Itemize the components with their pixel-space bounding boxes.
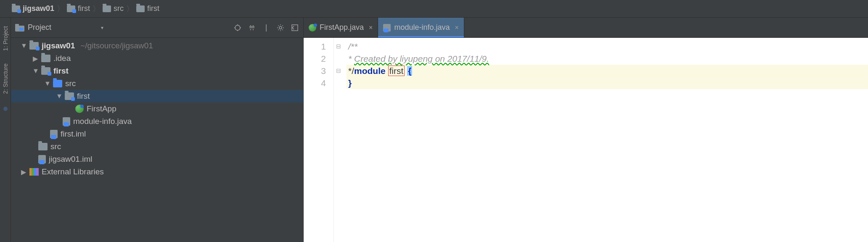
fold-toggle-icon[interactable]: ⊟ (334, 40, 343, 53)
line-number: 3 (304, 65, 326, 77)
tree-node-file[interactable]: module-info.java (11, 115, 303, 128)
iml-file-icon (50, 130, 58, 138)
tree-label: module-info.java (73, 117, 132, 126)
close-icon[interactable]: × (455, 24, 458, 32)
module-folder-icon (41, 67, 50, 75)
rail-tab-project[interactable]: 1: Project (2, 26, 9, 51)
project-panel-header: Project ▾ | (11, 18, 303, 38)
breadcrumb-item-root[interactable]: jigsaw01 (12, 4, 54, 13)
locate-icon[interactable] (233, 24, 242, 32)
tree-node[interactable]: ▼ first (11, 65, 303, 77)
code-text: /** (348, 42, 357, 51)
tree-label: first.iml (61, 129, 86, 139)
code-text: * (348, 54, 354, 63)
tree-node[interactable]: ▶ .idea (11, 52, 303, 65)
panel-dropdown-icon[interactable]: ▾ (55, 25, 103, 31)
tool-rail-left: 1: Project 2: Structure (0, 18, 11, 242)
chevron-right-icon: 〉 (56, 4, 65, 14)
breadcrumb-label: jigsaw01 (23, 4, 54, 13)
java-file-icon (383, 24, 391, 32)
module-folder-icon (12, 5, 20, 12)
tree-label: External Libraries (42, 167, 104, 176)
line-gutter: 1 2 3 4 (304, 38, 334, 242)
rail-indicator-icon (3, 107, 8, 111)
tree-node-file[interactable]: FirstApp (11, 103, 303, 115)
tree-node[interactable]: src (11, 140, 303, 153)
tree-label: first (77, 92, 90, 101)
breadcrumb-item[interactable]: src (103, 4, 124, 13)
editor-pane: FirstApp.java × module-info.java × 1 2 3… (304, 18, 868, 242)
tree-label: src (50, 142, 61, 151)
line-number: 2 (304, 53, 326, 65)
rail-tab-structure[interactable]: 2: Structure (2, 63, 9, 94)
chevron-down-icon[interactable]: ▼ (21, 42, 26, 50)
editor-tab[interactable]: FirstApp.java × (304, 18, 378, 37)
breadcrumb-label: src (114, 4, 124, 13)
tree-label: first (53, 66, 69, 76)
java-class-icon (309, 24, 316, 32)
chevron-down-icon[interactable]: ▼ (32, 67, 38, 75)
breadcrumb-item[interactable]: first (136, 4, 159, 13)
tree-node-file[interactable]: jigsaw01.iml (11, 153, 303, 166)
breadcrumb-label: first (78, 4, 90, 13)
chevron-down-icon[interactable]: ▼ (56, 92, 62, 100)
code-editor[interactable]: 1 2 3 4 ⊟ ⊟ /** * Created by liyupeng on… (304, 38, 868, 242)
libraries-icon (29, 168, 39, 176)
tree-label: FirstApp (87, 104, 116, 113)
java-file-icon (63, 117, 70, 126)
code-identifier: first (388, 66, 405, 76)
breadcrumb-item[interactable]: first (67, 4, 90, 13)
iml-file-icon (38, 155, 46, 163)
tab-label: module-info.java (394, 23, 450, 32)
editor-tab-active[interactable]: module-info.java × (378, 18, 464, 37)
panel-title: Project (28, 23, 51, 32)
tree-node-file[interactable]: first.iml (11, 128, 303, 140)
tree-label: .idea (53, 54, 71, 63)
chevron-right-icon[interactable]: ▶ (32, 55, 38, 63)
chevron-right-icon[interactable]: ▶ (21, 168, 26, 176)
package-folder-icon (65, 92, 74, 100)
code-brace: } (348, 78, 352, 88)
project-tree[interactable]: ▼ jigsaw01 ~/gitsource/jigsaw01 ▶ .idea … (11, 38, 303, 242)
chevron-down-icon[interactable]: ▼ (44, 80, 50, 87)
svg-rect-5 (292, 25, 298, 31)
folder-icon (41, 55, 50, 62)
java-class-icon (75, 105, 84, 113)
tree-label: jigsaw01 (42, 41, 75, 50)
breadcrumb-label: first (147, 4, 159, 13)
module-folder-icon (29, 42, 39, 50)
chevron-right-icon: 〉 (125, 4, 135, 14)
code-brace: { (407, 66, 412, 76)
tree-label: jigsaw01.iml (49, 155, 92, 164)
module-folder-icon (67, 5, 75, 12)
fold-toggle-icon[interactable]: ⊟ (334, 65, 343, 77)
tree-node-external-libs[interactable]: ▶ External Libraries (11, 166, 303, 178)
hide-panel-icon[interactable] (291, 24, 299, 32)
svg-rect-2 (19, 28, 24, 31)
tree-hint: ~/gitsource/jigsaw01 (80, 41, 153, 50)
tree-node-selected[interactable]: ▼ first (11, 90, 303, 103)
tree-node-root[interactable]: ▼ jigsaw01 ~/gitsource/jigsaw01 (11, 39, 303, 52)
tree-node[interactable]: ▼ src (11, 77, 303, 90)
svg-point-4 (279, 26, 282, 29)
svg-rect-1 (15, 24, 19, 26)
gear-icon[interactable] (276, 24, 285, 32)
tree-label: src (65, 79, 76, 88)
chevron-right-icon: 〉 (92, 4, 101, 14)
code-keyword: module (354, 66, 386, 76)
close-icon[interactable]: × (369, 24, 373, 32)
code-content[interactable]: /** * Created by liyupeng on 2017/11/9. … (343, 38, 868, 242)
collapse-all-icon[interactable] (248, 24, 256, 32)
source-folder-icon (53, 80, 62, 87)
project-view-icon (15, 24, 24, 32)
divider-icon: | (262, 24, 270, 32)
line-number: 1 (304, 40, 326, 53)
breadcrumb: jigsaw01 〉 first 〉 src 〉 first (0, 0, 868, 18)
tab-label: FirstApp.java (320, 23, 364, 32)
svg-point-3 (235, 25, 240, 30)
fold-column: ⊟ ⊟ (334, 38, 343, 242)
folder-icon (38, 143, 48, 150)
project-panel: Project ▾ | ▼ jigsaw01 ~/gitsourc (11, 18, 304, 242)
folder-icon (103, 5, 111, 12)
line-number: 4 (304, 77, 326, 89)
